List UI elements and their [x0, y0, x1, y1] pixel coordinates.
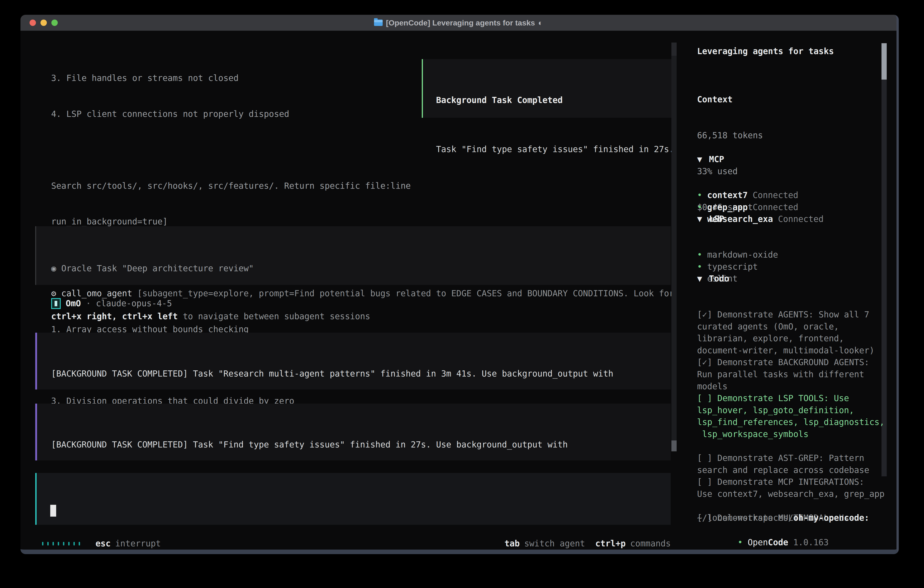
- workspace-repo: oh-my-opencode:: [793, 513, 869, 523]
- minimize-window-button[interactable]: [40, 20, 47, 26]
- status-dot-icon: •: [738, 537, 742, 547]
- sidebar-scrollbar[interactable]: [881, 43, 887, 476]
- background-task-message: [BACKGROUND TASK COMPLETED] Task "Resear…: [35, 333, 671, 390]
- subagent-nav-hint: ctrl+x right, ctrl+x left to navigate be…: [51, 311, 671, 323]
- todo-line: lsp_hover, lsp_goto_definition,: [697, 405, 879, 416]
- todo-line: Run parallel tasks with different: [697, 368, 879, 381]
- todo-line: models: [697, 381, 879, 393]
- sidebar-scrollbar-thumb[interactable]: [881, 43, 887, 79]
- workspace-path-prefix: ~/local-workspaces/: [697, 513, 793, 523]
- todo-line: [ ] Demonstrate AST-GREP: Pattern: [697, 452, 879, 464]
- agent-icon: [51, 298, 61, 309]
- zoom-window-button[interactable]: [51, 20, 58, 26]
- tab-key-hint[interactable]: tab: [505, 538, 520, 550]
- folder-icon: [374, 20, 383, 26]
- agent-session-header: OmO · claude-opus-4-5: [51, 298, 172, 309]
- context-heading: Context: [697, 94, 879, 106]
- transcript-line: Search src/tools/, src/hooks/, src/featu…: [51, 180, 670, 192]
- prompt-input[interactable]: OmO Opus 4.5 Anthropic: [35, 473, 671, 525]
- session-title: Leveraging agents for tasks: [697, 45, 879, 58]
- todo-line: search and replace across codebase: [697, 464, 879, 476]
- main-scrollbar-thumb[interactable]: [672, 441, 676, 451]
- todo-line: [ ] Demonstrate MCP INTEGRATIONS:: [697, 476, 879, 488]
- app-version: •OpenCode1.0.163: [697, 525, 879, 554]
- oracle-task-title: ◉ Oracle Task "Deep architecture review": [51, 263, 671, 275]
- main-scrollbar[interactable]: [672, 43, 676, 451]
- app-version-number: 1.0.163: [793, 537, 829, 547]
- task-message-line: [BACKGROUND TASK COMPLETED] Task "Resear…: [51, 368, 671, 380]
- background-task-message: [BACKGROUND TASK COMPLETED] Task "Find t…: [35, 404, 671, 461]
- todo-line: document-writer, multimodal-looker): [697, 345, 879, 357]
- todo-line: lsp_workspace_symbols: [697, 428, 879, 441]
- background-task-toast: Background Task Completed Task "Find typ…: [422, 59, 675, 118]
- separator-dot: ·: [86, 297, 91, 310]
- oracle-task-panel: ◉ Oracle Task "Deep architecture review"…: [35, 226, 671, 285]
- todo-line: lsp_find_references, lsp_diagnostics,: [697, 416, 879, 428]
- agent-name: OmO: [66, 297, 81, 310]
- collapse-triangle-icon: ▼: [697, 274, 702, 284]
- opencode-terminal-window: [OpenCode] Leveraging agents for tasks ◐…: [20, 15, 899, 554]
- todo-line: curated agents (OmO, oracle,: [697, 321, 879, 333]
- traffic-lights: [30, 20, 58, 26]
- half-circle-icon: ◐: [538, 18, 543, 27]
- esc-key-hint[interactable]: esc: [96, 538, 111, 550]
- session-sidebar: Leveraging agents for tasks Context 66,5…: [697, 15, 879, 194]
- todo-line: [ ] Demonstrate LSP TOOLS: Use: [697, 393, 879, 405]
- keyboard-shortcut: ctrl+x right, ctrl+x left: [51, 312, 178, 321]
- todo-line: [697, 441, 879, 453]
- collapse-triangle-icon: ▼: [697, 154, 702, 164]
- toast-title: Background Task Completed: [436, 94, 674, 106]
- close-window-button[interactable]: [30, 20, 36, 26]
- window-title-text: [OpenCode] Leveraging agents for tasks: [386, 18, 535, 27]
- esc-key-label: interrupt: [115, 538, 161, 550]
- text-cursor: [50, 505, 56, 517]
- tab-key-label: switch agent: [524, 538, 585, 550]
- working-spinner-dots: [42, 542, 80, 545]
- lsp-heading[interactable]: ▼LSP: [697, 213, 879, 225]
- ctrlp-key-label: commands: [630, 538, 671, 550]
- todo-line: [✓] Demonstrate BACKGROUND AGENTS:: [697, 357, 879, 368]
- toast-body: Task "Find type safety issues" finished …: [436, 144, 674, 155]
- task-message-line: [BACKGROUND TASK COMPLETED] Task "Find t…: [51, 439, 671, 451]
- agent-model: claude-opus-4-5: [96, 297, 172, 310]
- todo-line: [✓] Demonstrate AGENTS: Show all 7: [697, 309, 879, 321]
- status-bar: esc interrupt tab switch agent ctrl+p co…: [42, 538, 671, 550]
- mcp-heading[interactable]: ▼MCP: [697, 154, 879, 165]
- todo-heading[interactable]: ▼Todo: [697, 273, 879, 285]
- screen: [OpenCode] Leveraging agents for tasks ◐…: [0, 0, 924, 588]
- record-icon: ◉: [51, 264, 56, 273]
- main-scrollbar-top-segment: [672, 43, 676, 56]
- todo-line: librarian, explore, frontend,: [697, 333, 879, 345]
- app-name: OpenCode: [748, 537, 788, 547]
- ctrlp-key-hint[interactable]: ctrl+p: [595, 538, 626, 550]
- collapse-triangle-icon: ▼: [697, 214, 702, 224]
